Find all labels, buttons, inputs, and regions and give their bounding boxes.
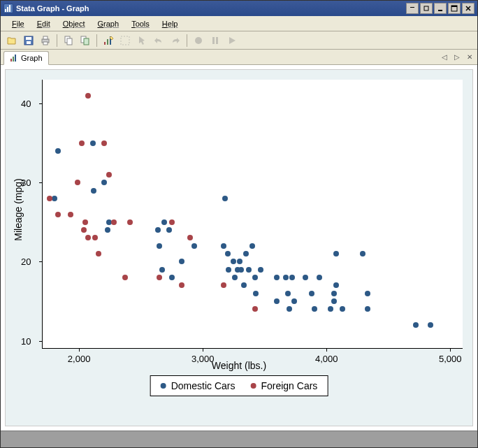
data-point	[222, 196, 228, 201]
plot: Mileage (mpg) 102030402,0003,0004,0005,0…	[5, 69, 473, 426]
deselect-icon[interactable]	[118, 34, 132, 48]
open-icon[interactable]	[5, 34, 19, 48]
minimize-aux-button[interactable]	[406, 3, 419, 14]
data-point	[81, 227, 87, 233]
menu-help[interactable]: Help	[157, 18, 184, 29]
data-point	[231, 259, 236, 264]
data-point	[155, 227, 161, 233]
data-point	[331, 291, 337, 296]
plot-area: 102030402,0003,0004,0005,000	[42, 80, 463, 349]
data-point	[333, 282, 339, 288]
x-axis	[42, 348, 463, 349]
tab-graph[interactable]: Graph	[3, 51, 49, 65]
svg-rect-19	[84, 38, 89, 45]
statusbar	[1, 431, 477, 447]
y-tick-label: 20	[21, 256, 31, 267]
data-point	[179, 282, 184, 288]
svg-rect-26	[216, 37, 218, 44]
svg-rect-4	[424, 6, 428, 10]
data-point	[91, 188, 96, 194]
data-point	[232, 275, 238, 280]
data-point	[68, 212, 73, 217]
svg-rect-15	[43, 42, 48, 45]
data-point	[252, 306, 258, 312]
copy-icon[interactable]	[61, 34, 75, 48]
x-axis-label: Weight (lbs.)	[212, 360, 266, 371]
data-point	[241, 282, 247, 288]
data-point	[283, 275, 289, 280]
toolbar-sep	[96, 34, 97, 47]
close-button[interactable]	[462, 3, 475, 14]
svg-rect-28	[13, 57, 14, 62]
svg-rect-25	[212, 37, 215, 44]
rename-icon[interactable]	[78, 34, 92, 48]
svg-rect-27	[10, 59, 12, 62]
data-point	[47, 196, 52, 201]
maximize-button[interactable]	[448, 3, 461, 14]
data-point	[90, 140, 96, 146]
legend-item-foreign: Foreign Cars	[250, 380, 317, 391]
data-point	[413, 322, 419, 328]
svg-rect-20	[104, 42, 106, 45]
data-point	[331, 298, 337, 304]
menu-tools[interactable]: Tools	[126, 18, 155, 29]
x-tick-label: 3,000	[191, 354, 215, 364]
play-icon[interactable]	[225, 34, 239, 48]
data-point	[249, 243, 255, 249]
menu-edit[interactable]: Edit	[31, 18, 56, 29]
tab-prev-icon[interactable]: ◁	[440, 52, 449, 62]
data-point	[312, 306, 317, 312]
undo-icon[interactable]	[152, 34, 166, 48]
data-point	[238, 267, 244, 273]
x-tick-label: 5,000	[439, 354, 462, 364]
data-point	[55, 148, 61, 154]
minimize-button[interactable]	[434, 3, 447, 14]
data-point	[159, 267, 165, 273]
pause-icon[interactable]	[208, 34, 222, 48]
data-point	[79, 140, 85, 146]
menu-object[interactable]: Object	[57, 18, 91, 29]
y-tick-label: 30	[21, 178, 31, 188]
svg-rect-12	[27, 41, 31, 44]
restore-aux-button[interactable]	[420, 3, 433, 14]
data-point	[365, 291, 370, 296]
redo-icon[interactable]	[168, 34, 182, 48]
y-tick-mark	[39, 261, 42, 262]
y-tick-label: 10	[21, 335, 31, 346]
data-point	[274, 275, 280, 280]
x-tick-mark	[326, 349, 327, 352]
data-point	[179, 259, 184, 264]
data-point	[226, 267, 231, 273]
edit-graph-icon[interactable]	[101, 34, 115, 48]
svg-rect-29	[15, 55, 16, 62]
svg-rect-21	[107, 39, 108, 45]
tab-next-icon[interactable]: ▷	[452, 52, 462, 62]
svg-rect-14	[43, 36, 48, 39]
save-icon[interactable]	[22, 34, 36, 48]
pointer-icon[interactable]	[135, 34, 149, 48]
toolbar	[1, 31, 477, 50]
record-icon[interactable]	[191, 34, 205, 48]
data-point	[157, 275, 162, 280]
data-point	[291, 298, 297, 304]
app-window: Stata Graph - Graph File Edit Object Gra…	[0, 0, 478, 448]
svg-point-24	[195, 37, 202, 44]
tab-close-icon[interactable]: ✕	[465, 52, 475, 62]
data-point	[169, 219, 175, 225]
print-icon[interactable]	[38, 34, 52, 48]
data-point	[287, 306, 292, 312]
data-point	[111, 219, 117, 225]
data-point	[340, 306, 345, 312]
data-point	[328, 306, 333, 312]
data-point	[365, 306, 370, 312]
menu-graph[interactable]: Graph	[92, 18, 125, 29]
y-tick-mark	[39, 182, 42, 183]
titlebar[interactable]: Stata Graph - Graph	[1, 1, 477, 16]
menu-file[interactable]: File	[6, 18, 30, 29]
titlebar-controls	[406, 3, 475, 14]
svg-rect-7	[451, 6, 457, 7]
chart-icon	[10, 54, 18, 62]
data-point	[225, 251, 231, 256]
data-point	[274, 298, 280, 304]
y-tick-label: 40	[21, 98, 31, 108]
